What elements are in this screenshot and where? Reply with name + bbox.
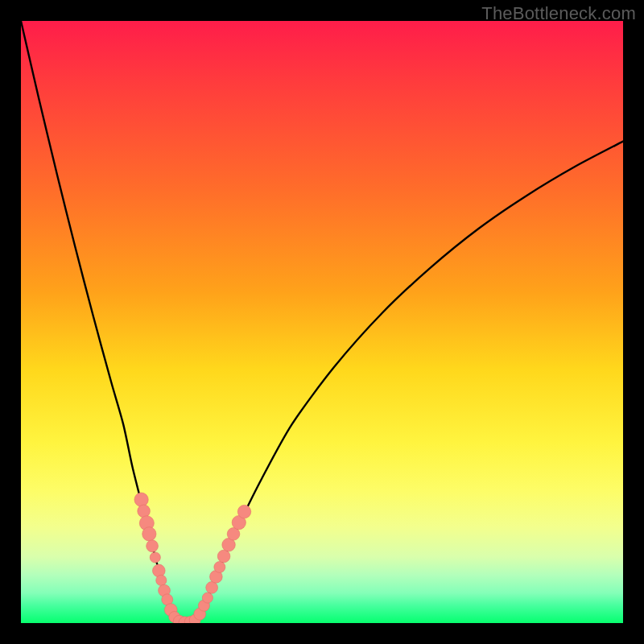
marker-group bbox=[134, 493, 251, 623]
curve-marker bbox=[214, 561, 225, 572]
curve-marker bbox=[237, 505, 250, 518]
curve-marker bbox=[142, 527, 156, 541]
chart-frame: TheBottleneck.com bbox=[0, 0, 644, 644]
watermark-text: TheBottleneck.com bbox=[481, 3, 636, 24]
chart-svg bbox=[21, 21, 623, 623]
curve-marker bbox=[134, 493, 148, 506]
curve-marker bbox=[138, 505, 151, 518]
curve-marker bbox=[206, 581, 218, 593]
bottleneck-curve bbox=[21, 21, 623, 623]
curve-marker bbox=[217, 550, 230, 563]
curve-marker bbox=[152, 564, 165, 577]
curve-marker bbox=[147, 540, 159, 552]
plot-area bbox=[21, 21, 623, 623]
curve-marker bbox=[150, 552, 160, 563]
curve-marker bbox=[202, 592, 213, 603]
curve-marker bbox=[156, 575, 167, 585]
